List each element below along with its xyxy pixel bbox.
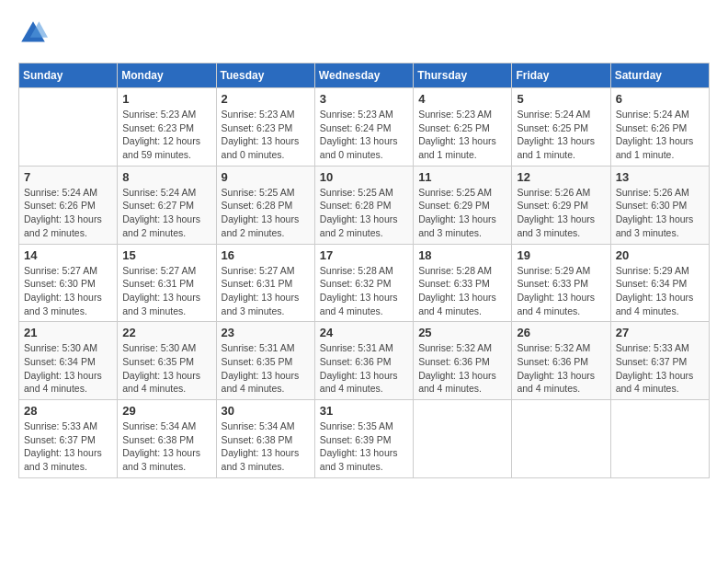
calendar-cell: [414, 400, 512, 478]
day-info: Sunrise: 5:26 AM Sunset: 6:30 PM Dayligh…: [616, 186, 704, 240]
calendar-cell: 1Sunrise: 5:23 AM Sunset: 6:23 PM Daylig…: [118, 88, 216, 167]
column-header-tuesday: Tuesday: [216, 63, 314, 88]
page-header: [18, 18, 710, 48]
day-number: 22: [122, 326, 210, 339]
day-number: 13: [616, 170, 704, 184]
logo: [18, 18, 51, 48]
day-number: 15: [122, 248, 210, 262]
calendar-cell: 16Sunrise: 5:27 AM Sunset: 6:31 PM Dayli…: [216, 244, 314, 322]
day-info: Sunrise: 5:27 AM Sunset: 6:31 PM Dayligh…: [122, 264, 210, 318]
day-info: Sunrise: 5:30 AM Sunset: 6:35 PM Dayligh…: [122, 341, 210, 396]
calendar-cell: 31Sunrise: 5:35 AM Sunset: 6:39 PM Dayli…: [314, 400, 413, 478]
calendar-cell: 9Sunrise: 5:25 AM Sunset: 6:28 PM Daylig…: [216, 166, 314, 244]
day-info: Sunrise: 5:31 AM Sunset: 6:36 PM Dayligh…: [320, 341, 408, 396]
day-info: Sunrise: 5:23 AM Sunset: 6:23 PM Dayligh…: [222, 108, 310, 162]
column-header-wednesday: Wednesday: [314, 63, 413, 88]
day-number: 1: [122, 92, 210, 106]
column-header-saturday: Saturday: [610, 63, 709, 88]
calendar-cell: 2Sunrise: 5:23 AM Sunset: 6:23 PM Daylig…: [216, 88, 314, 167]
calendar-cell: 24Sunrise: 5:31 AM Sunset: 6:36 PM Dayli…: [314, 322, 413, 400]
calendar-week-row: 7Sunrise: 5:24 AM Sunset: 6:26 PM Daylig…: [19, 166, 710, 244]
day-number: 4: [418, 92, 506, 106]
day-info: Sunrise: 5:34 AM Sunset: 6:38 PM Dayligh…: [222, 419, 310, 474]
calendar-cell: 18Sunrise: 5:28 AM Sunset: 6:33 PM Dayli…: [414, 244, 512, 322]
calendar-cell: 6Sunrise: 5:24 AM Sunset: 6:26 PM Daylig…: [610, 88, 709, 167]
day-info: Sunrise: 5:33 AM Sunset: 6:37 PM Dayligh…: [616, 341, 704, 396]
day-number: 2: [222, 92, 310, 106]
day-info: Sunrise: 5:27 AM Sunset: 6:30 PM Dayligh…: [24, 264, 112, 318]
day-info: Sunrise: 5:28 AM Sunset: 6:33 PM Dayligh…: [418, 264, 506, 318]
day-info: Sunrise: 5:30 AM Sunset: 6:34 PM Dayligh…: [24, 341, 112, 396]
calendar-cell: 22Sunrise: 5:30 AM Sunset: 6:35 PM Dayli…: [118, 322, 216, 400]
day-info: Sunrise: 5:34 AM Sunset: 6:38 PM Dayligh…: [122, 419, 210, 474]
day-info: Sunrise: 5:24 AM Sunset: 6:27 PM Dayligh…: [122, 186, 210, 240]
calendar-cell: 10Sunrise: 5:25 AM Sunset: 6:28 PM Dayli…: [314, 166, 413, 244]
day-number: 27: [616, 326, 704, 339]
calendar-cell: 30Sunrise: 5:34 AM Sunset: 6:38 PM Dayli…: [216, 400, 314, 478]
day-number: 25: [418, 326, 506, 339]
column-header-monday: Monday: [118, 63, 216, 88]
calendar-table: SundayMondayTuesdayWednesdayThursdayFrid…: [18, 63, 710, 478]
day-info: Sunrise: 5:32 AM Sunset: 6:36 PM Dayligh…: [418, 341, 506, 396]
day-info: Sunrise: 5:24 AM Sunset: 6:26 PM Dayligh…: [24, 186, 112, 240]
logo-icon: [18, 18, 48, 48]
day-number: 20: [616, 248, 704, 262]
day-info: Sunrise: 5:27 AM Sunset: 6:31 PM Dayligh…: [222, 264, 310, 318]
day-number: 24: [320, 326, 408, 339]
day-number: 3: [320, 92, 408, 106]
calendar-cell: 21Sunrise: 5:30 AM Sunset: 6:34 PM Dayli…: [19, 322, 118, 400]
day-info: Sunrise: 5:26 AM Sunset: 6:29 PM Dayligh…: [517, 186, 605, 240]
calendar-cell: [19, 88, 118, 167]
day-number: 30: [222, 404, 310, 418]
calendar-week-row: 1Sunrise: 5:23 AM Sunset: 6:23 PM Daylig…: [19, 88, 710, 167]
day-number: 6: [616, 92, 704, 106]
day-info: Sunrise: 5:35 AM Sunset: 6:39 PM Dayligh…: [320, 419, 408, 474]
day-number: 14: [24, 248, 112, 262]
day-info: Sunrise: 5:33 AM Sunset: 6:37 PM Dayligh…: [24, 419, 112, 474]
day-info: Sunrise: 5:23 AM Sunset: 6:24 PM Dayligh…: [320, 108, 408, 162]
calendar-cell: 5Sunrise: 5:24 AM Sunset: 6:25 PM Daylig…: [512, 88, 610, 167]
calendar-cell: 3Sunrise: 5:23 AM Sunset: 6:24 PM Daylig…: [314, 88, 413, 167]
day-number: 16: [222, 248, 310, 262]
day-number: 28: [24, 404, 112, 418]
calendar-cell: 8Sunrise: 5:24 AM Sunset: 6:27 PM Daylig…: [118, 166, 216, 244]
calendar-cell: 29Sunrise: 5:34 AM Sunset: 6:38 PM Dayli…: [118, 400, 216, 478]
column-header-sunday: Sunday: [19, 63, 118, 88]
day-number: 5: [517, 92, 605, 106]
calendar-cell: [512, 400, 610, 478]
day-info: Sunrise: 5:32 AM Sunset: 6:36 PM Dayligh…: [517, 341, 605, 396]
day-number: 8: [122, 170, 210, 184]
day-number: 12: [517, 170, 605, 184]
day-number: 19: [517, 248, 605, 262]
day-info: Sunrise: 5:25 AM Sunset: 6:29 PM Dayligh…: [418, 186, 506, 240]
calendar-cell: 23Sunrise: 5:31 AM Sunset: 6:35 PM Dayli…: [216, 322, 314, 400]
calendar-header-row: SundayMondayTuesdayWednesdayThursdayFrid…: [19, 63, 710, 88]
calendar-cell: 26Sunrise: 5:32 AM Sunset: 6:36 PM Dayli…: [512, 322, 610, 400]
calendar-cell: 14Sunrise: 5:27 AM Sunset: 6:30 PM Dayli…: [19, 244, 118, 322]
calendar-cell: 11Sunrise: 5:25 AM Sunset: 6:29 PM Dayli…: [414, 166, 512, 244]
calendar-cell: 17Sunrise: 5:28 AM Sunset: 6:32 PM Dayli…: [314, 244, 413, 322]
column-header-friday: Friday: [512, 63, 610, 88]
day-info: Sunrise: 5:25 AM Sunset: 6:28 PM Dayligh…: [320, 186, 408, 240]
calendar-week-row: 21Sunrise: 5:30 AM Sunset: 6:34 PM Dayli…: [19, 322, 710, 400]
day-number: 31: [320, 404, 408, 418]
day-info: Sunrise: 5:29 AM Sunset: 6:34 PM Dayligh…: [616, 264, 704, 318]
day-info: Sunrise: 5:24 AM Sunset: 6:25 PM Dayligh…: [517, 108, 605, 162]
calendar-cell: 19Sunrise: 5:29 AM Sunset: 6:33 PM Dayli…: [512, 244, 610, 322]
day-info: Sunrise: 5:24 AM Sunset: 6:26 PM Dayligh…: [616, 108, 704, 162]
day-number: 21: [24, 326, 112, 339]
day-info: Sunrise: 5:25 AM Sunset: 6:28 PM Dayligh…: [222, 186, 310, 240]
day-number: 17: [320, 248, 408, 262]
calendar-week-row: 28Sunrise: 5:33 AM Sunset: 6:37 PM Dayli…: [19, 400, 710, 478]
calendar-cell: 4Sunrise: 5:23 AM Sunset: 6:25 PM Daylig…: [414, 88, 512, 167]
day-number: 26: [517, 326, 605, 339]
day-number: 29: [122, 404, 210, 418]
day-number: 9: [222, 170, 310, 184]
day-number: 18: [418, 248, 506, 262]
calendar-cell: 20Sunrise: 5:29 AM Sunset: 6:34 PM Dayli…: [610, 244, 709, 322]
calendar-cell: 27Sunrise: 5:33 AM Sunset: 6:37 PM Dayli…: [610, 322, 709, 400]
day-number: 11: [418, 170, 506, 184]
day-number: 10: [320, 170, 408, 184]
calendar-cell: [610, 400, 709, 478]
day-number: 23: [222, 326, 310, 339]
